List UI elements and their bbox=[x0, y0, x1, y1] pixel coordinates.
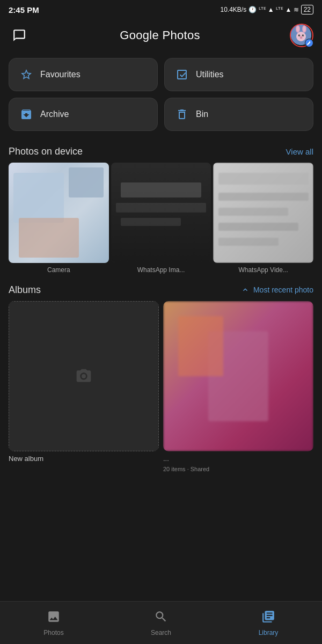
camera-label: Camera bbox=[9, 266, 109, 274]
top-nav: Google Photos bbox=[0, 19, 322, 52]
nav-photos[interactable]: Photos bbox=[0, 605, 107, 641]
star-icon bbox=[20, 68, 33, 81]
avatar-button[interactable] bbox=[290, 24, 313, 47]
favourites-button[interactable]: Favourites bbox=[9, 58, 158, 91]
bin-button[interactable]: Bin bbox=[164, 98, 313, 131]
nav-photos-label: Photos bbox=[43, 629, 63, 636]
new-album-thumb bbox=[9, 301, 159, 451]
status-icons: 🕐 ᴸᵀᴱ ▲ ᴸᵀᴱ ▲ ≋ bbox=[248, 6, 298, 13]
photos-on-device-title: Photos on device bbox=[9, 146, 83, 157]
most-recent-link[interactable]: Most recent photo bbox=[241, 286, 313, 294]
new-album-label: New album bbox=[9, 455, 159, 463]
network-speed: 10.4KB/s bbox=[221, 6, 247, 13]
albums-section: Albums Most recent photo New bbox=[0, 284, 322, 472]
svg-point-4 bbox=[303, 26, 305, 32]
svg-point-11 bbox=[82, 374, 86, 378]
utilities-label: Utilities bbox=[196, 70, 224, 79]
camera-thumb-img bbox=[9, 163, 109, 263]
photos-row: Camera WhatsApp Ima... bbox=[0, 163, 322, 274]
archive-label: Archive bbox=[40, 109, 69, 119]
page-title: Google Photos bbox=[120, 28, 200, 42]
svg-point-7 bbox=[302, 34, 304, 36]
bottom-nav: Photos Search Library bbox=[0, 601, 322, 644]
svg-point-10 bbox=[300, 36, 302, 38]
status-bar: 2:45 PM 10.4KB/s 🕐 ᴸᵀᴱ ▲ ᴸᵀᴱ ▲ ≋ 22 bbox=[0, 0, 322, 19]
whatsapp-images-thumb bbox=[111, 163, 211, 263]
svg-point-9 bbox=[303, 35, 303, 35]
whatsapp-videos-folder[interactable]: WhatsApp Vide... bbox=[213, 163, 313, 274]
whatsapp-videos-label: WhatsApp Vide... bbox=[213, 266, 313, 274]
svg-point-8 bbox=[299, 35, 299, 35]
photo-nav-icon bbox=[47, 610, 61, 627]
whatsapp-videos-thumb bbox=[213, 163, 313, 263]
albums-title: Albums bbox=[9, 284, 41, 296]
nav-library-label: Library bbox=[259, 629, 279, 636]
section-header: Photos on device View all bbox=[0, 137, 322, 163]
upload-badge bbox=[305, 39, 313, 47]
search-nav-icon bbox=[154, 610, 168, 627]
camera-folder[interactable]: Camera bbox=[9, 163, 109, 274]
archive-button[interactable]: Archive bbox=[9, 98, 158, 131]
nav-search-label: Search bbox=[151, 629, 171, 636]
whatsapp-images-label: WhatsApp Ima... bbox=[111, 266, 211, 274]
recent-album-item[interactable]: ... 20 items · Shared bbox=[163, 301, 313, 472]
bin-label: Bin bbox=[196, 109, 208, 119]
nav-search[interactable]: Search bbox=[107, 605, 215, 641]
battery-indicator: 22 bbox=[301, 5, 313, 14]
status-time: 2:45 PM bbox=[9, 5, 39, 14]
svg-point-3 bbox=[296, 26, 299, 32]
new-album-placeholder bbox=[9, 301, 159, 451]
library-nav-icon bbox=[261, 610, 275, 627]
status-right: 10.4KB/s 🕐 ᴸᵀᴱ ▲ ᴸᵀᴱ ▲ ≋ 22 bbox=[221, 5, 314, 14]
nav-library[interactable]: Library bbox=[215, 605, 322, 641]
albums-header: Albums Most recent photo bbox=[9, 284, 313, 296]
whatsapp-images-folder[interactable]: WhatsApp Ima... bbox=[111, 163, 211, 274]
utilities-icon bbox=[175, 68, 188, 81]
message-button[interactable] bbox=[9, 25, 30, 46]
trash-icon bbox=[175, 108, 188, 121]
view-all-link[interactable]: View all bbox=[286, 147, 313, 156]
archive-icon bbox=[20, 108, 33, 121]
utilities-button[interactable]: Utilities bbox=[164, 58, 313, 91]
recent-album-thumb bbox=[163, 301, 313, 451]
quick-access-grid: Favourites Utilities Archive Bin bbox=[0, 52, 322, 137]
recent-album-label: ... bbox=[163, 455, 313, 463]
favourites-label: Favourites bbox=[40, 70, 80, 79]
albums-grid: New album ... 20 items · Shared bbox=[9, 301, 313, 472]
photos-on-device-section: Photos on device View all Camera bbox=[0, 137, 322, 274]
new-album-item[interactable]: New album bbox=[9, 301, 159, 472]
recent-album-sublabel: 20 items · Shared bbox=[163, 466, 313, 472]
svg-point-6 bbox=[298, 34, 301, 36]
most-recent-label: Most recent photo bbox=[253, 286, 313, 294]
